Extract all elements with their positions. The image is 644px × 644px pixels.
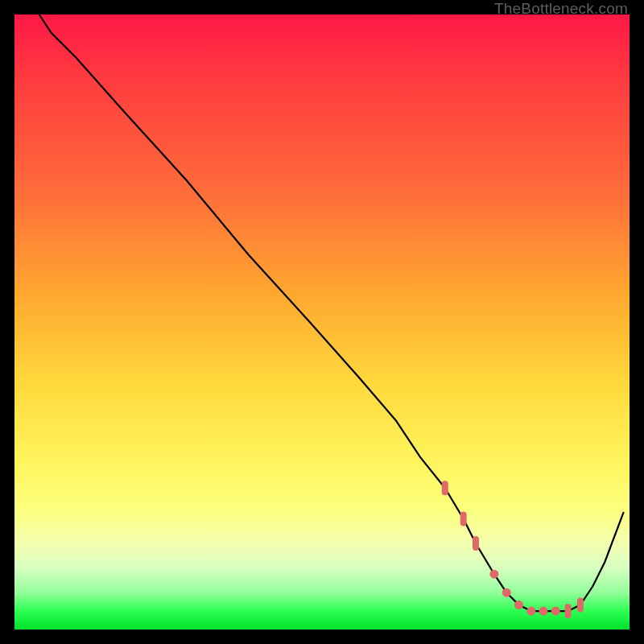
- highlight-dot: [514, 601, 523, 609]
- highlight-dot: [489, 570, 498, 579]
- highlight-pill: [442, 481, 448, 495]
- highlight-pill: [577, 597, 584, 612]
- chart-frame: TheBottleneck.com: [0, 0, 644, 644]
- highlight-dot: [539, 607, 548, 616]
- highlight-dot: [526, 607, 535, 616]
- bottleneck-curve: [39, 14, 624, 611]
- plot-area: [14, 14, 630, 630]
- highlight-pill: [565, 604, 572, 618]
- highlight-dot: [502, 588, 511, 597]
- highlight-pill: [473, 536, 479, 551]
- curve-svg: [14, 14, 630, 630]
- highlight-dot: [551, 607, 560, 616]
- highlight-pill: [460, 512, 467, 526]
